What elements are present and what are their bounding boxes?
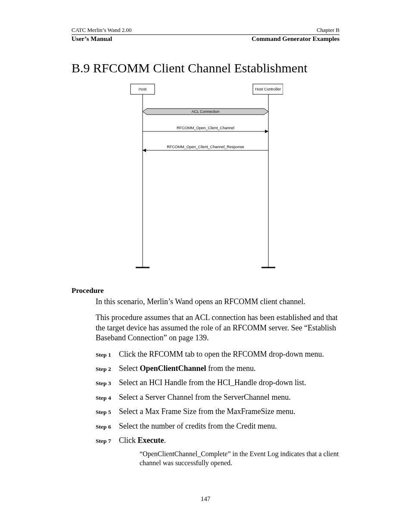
step-row: Step 6Select the number of credits from … xyxy=(96,421,339,431)
step-row: Step 1Click the RFCOMM tab to open the R… xyxy=(96,349,339,359)
svg-text:ACL Connection: ACL Connection xyxy=(191,109,219,114)
procedure-para-1: In this scenario, Merlin’s Wand opens an… xyxy=(96,297,339,307)
svg-marker-9 xyxy=(143,149,146,152)
sequence-diagram: Host Host Controller ACL Connection RFCO… xyxy=(128,83,283,273)
step-body: Select the number of credits from the Cr… xyxy=(119,421,339,431)
header-sub: User’s Manual Command Generator Examples xyxy=(72,34,339,43)
header-sub-right: Command Generator Examples xyxy=(252,35,339,43)
step-label: Step 6 xyxy=(96,423,119,431)
diagram-msg-2: RFCOMM_Open_Client_Channel_Response xyxy=(167,145,244,149)
header-top: CATC Merlin’s Wand 2.00 Chapter B xyxy=(72,27,339,34)
step-body: Select an HCI Handle from the HCI_Handle… xyxy=(119,378,339,388)
step-label: Step 4 xyxy=(96,394,119,402)
step-body: Click Execute. xyxy=(119,436,339,445)
step-row: Step 2Select OpenClientChannel from the … xyxy=(96,364,339,373)
step-row: Step 3Select an HCI Handle from the HCI_… xyxy=(96,378,339,388)
step-label: Step 1 xyxy=(96,351,119,359)
procedure-heading: Procedure xyxy=(72,286,339,295)
diagram-controller-label: Host Controller xyxy=(255,87,281,91)
diagram-host-label: Host xyxy=(139,87,147,91)
svg-marker-7 xyxy=(265,130,268,133)
step-row: Step 4Select a Server Channel from the S… xyxy=(96,392,339,402)
step-label: Step 5 xyxy=(96,408,119,416)
step-label: Step 2 xyxy=(96,365,119,373)
step-label: Step 3 xyxy=(96,380,119,387)
step-body: Click the RFCOMM tab to open the RFCOMM … xyxy=(119,349,339,359)
procedure-steps: Step 1Click the RFCOMM tab to open the R… xyxy=(96,349,339,446)
header-sub-left: User’s Manual xyxy=(72,35,112,43)
procedure-note: “OpenClientChannel_Complete” in the Even… xyxy=(140,450,339,468)
step-body: Select a Max Frame Size from the MaxFram… xyxy=(119,407,339,417)
header-top-left: CATC Merlin’s Wand 2.00 xyxy=(72,27,132,34)
diagram-acl-band: ACL Connection xyxy=(143,109,268,115)
step-row: Step 5Select a Max Frame Size from the M… xyxy=(96,407,339,417)
page-number: 147 xyxy=(0,495,411,503)
procedure-para-2: This procedure assumes that an ACL conne… xyxy=(96,313,339,343)
step-body: Select a Server Channel from the ServerC… xyxy=(119,392,339,402)
step-body: Select OpenClientChannel from the menu. xyxy=(119,364,339,373)
section-title: B.9 RFCOMM Client Channel Establishment xyxy=(72,61,339,75)
diagram-msg-1: RFCOMM_Open_Client_Channel xyxy=(177,126,234,130)
header-top-right: Chapter B xyxy=(317,27,339,34)
step-row: Step 7Click Execute. xyxy=(96,436,339,445)
step-label: Step 7 xyxy=(96,437,119,445)
